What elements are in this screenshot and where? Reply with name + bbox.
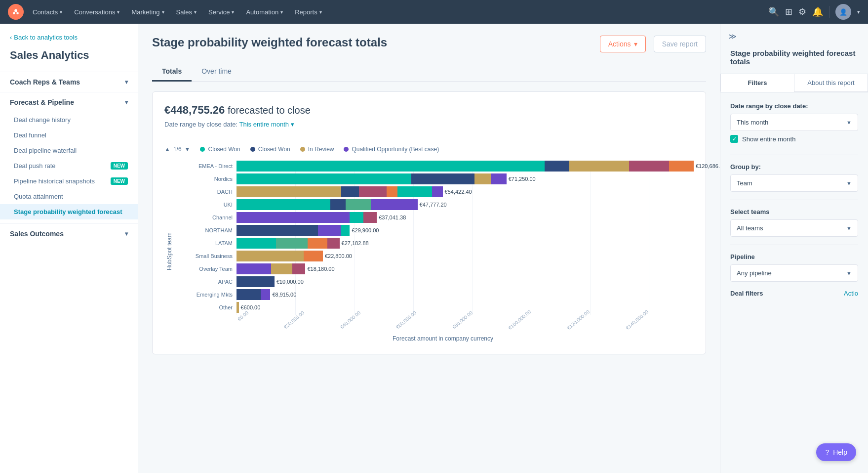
pipeline-select[interactable]: Any pipeline ▼ — [730, 264, 858, 282]
bar-segment — [432, 186, 442, 197]
sidebar-section-sales-outcomes-header[interactable]: Sales Outcomes ▾ — [0, 224, 138, 244]
filter-group-by-label: Group by: — [730, 163, 858, 171]
group-by-select[interactable]: Team ▼ — [730, 174, 858, 192]
chart-legend: ▲ 1/6 ▼ Closed Won Closed Won In Re — [164, 146, 694, 153]
bar-segment — [237, 289, 261, 300]
settings-icon[interactable]: ⚙ — [798, 6, 806, 17]
show-entire-month-checkbox[interactable]: ✓ — [730, 135, 738, 143]
nav-conversations[interactable]: Conversations ▾ — [69, 5, 124, 19]
bar-segment — [276, 238, 308, 249]
legend-prev-icon[interactable]: ▲ — [164, 146, 170, 153]
actions-button[interactable]: Actions ▾ — [600, 36, 646, 52]
bar-segment — [237, 238, 276, 249]
sidebar-item-deal-pipeline-waterfall[interactable]: Deal pipeline waterfall — [0, 143, 138, 158]
tab-over-time[interactable]: Over time — [192, 62, 241, 82]
bar-value: €8,915.00 — [272, 292, 296, 298]
bar-label: LATAM — [178, 240, 233, 246]
back-chevron-icon: ‹ — [10, 34, 12, 41]
bar-row: Emerging Mkts€8,915.00 — [178, 289, 694, 300]
legend-page: 1/6 — [173, 146, 182, 153]
bar-value: €54,422.40 — [445, 189, 472, 195]
select-chevron-icon: ▼ — [846, 180, 852, 186]
report-tabs: Totals Over time — [152, 62, 706, 82]
panel-tab-filters[interactable]: Filters — [720, 74, 794, 92]
select-chevron-icon: ▼ — [846, 120, 852, 126]
bar-segment — [474, 173, 490, 184]
chevron-down-icon: ▾ — [125, 99, 128, 106]
bar-segment — [271, 263, 293, 274]
bar-segment — [237, 186, 341, 197]
nav-service[interactable]: Service ▾ — [203, 5, 239, 19]
chevron-icon: ▾ — [60, 9, 62, 15]
date-range-link[interactable]: This entire month ▾ — [239, 121, 294, 128]
bar-label: APAC — [178, 279, 233, 285]
select-teams-divider: Select teams All teams ▼ — [730, 200, 858, 237]
sidebar-item-stage-probability[interactable]: Stage probability weighted forecast — [0, 204, 138, 219]
sidebar-item-deal-funnel[interactable]: Deal funnel — [0, 128, 138, 143]
sidebar-section-coach-header[interactable]: Coach Reps & Teams ▾ — [0, 72, 138, 92]
chevron-icon: ▾ — [117, 9, 119, 15]
nav-divider — [829, 6, 829, 18]
help-button[interactable]: ? Help — [816, 443, 856, 461]
select-teams-label: Select teams — [730, 208, 858, 215]
nav-right-icons: 🔍 ⊞ ⚙ 🔔 👤 ▾ — [768, 4, 860, 20]
legend-closed-won-dark: Closed Won — [250, 146, 290, 153]
back-to-analytics-link[interactable]: ‹ Back to analytics tools — [0, 34, 138, 49]
panel-collapse-area: ≫ — [720, 24, 868, 49]
save-report-button[interactable]: Save report — [654, 36, 706, 52]
bar-track: €18,180.00 — [237, 263, 694, 274]
bar-segment — [237, 199, 330, 210]
deal-filters-action-link[interactable]: Actio — [844, 290, 858, 297]
sidebar-section-forecast-header[interactable]: Forecast & Pipeline ▾ — [0, 92, 138, 112]
sidebar-item-deal-change-history[interactable]: Deal change history — [0, 112, 138, 128]
tab-totals[interactable]: Totals — [152, 62, 192, 82]
nav-reports[interactable]: Reports ▾ — [290, 5, 327, 19]
search-icon[interactable]: 🔍 — [768, 6, 779, 17]
teams-select[interactable]: All teams ▼ — [730, 219, 858, 237]
bar-segment — [569, 161, 629, 172]
legend-color-dot — [344, 147, 349, 152]
bar-segment — [304, 251, 323, 261]
sidebar-item-pipeline-historical-snapshots[interactable]: Pipeline historical snapshots NEW — [0, 173, 138, 189]
chart-body: HubSpot team EMEA - Direct€120,686.40Nor… — [164, 161, 694, 342]
legend-closed-won-teal: Closed Won — [200, 146, 240, 153]
chevron-icon: ▾ — [280, 9, 283, 15]
sidebar-section-forecast-items: Deal change history Deal funnel Deal pip… — [0, 112, 138, 223]
marketplace-icon[interactable]: ⊞ — [785, 6, 792, 17]
deal-filters-label: Deal filters — [730, 290, 763, 297]
bar-segment — [261, 289, 271, 300]
bar-value: €600.00 — [241, 304, 261, 310]
user-avatar[interactable]: 👤 — [835, 4, 851, 20]
bar-value: €37,041.38 — [379, 215, 406, 220]
bar-track: €27,182.88 — [237, 238, 694, 249]
legend-color-dot — [300, 147, 305, 152]
nav-contacts[interactable]: Contacts ▾ — [28, 5, 67, 19]
bar-track: €8,915.00 — [237, 289, 694, 300]
bar-value: €10,000.00 — [276, 279, 304, 285]
sidebar-item-deal-push-rate[interactable]: Deal push rate NEW — [0, 158, 138, 173]
bar-segment — [330, 199, 346, 210]
panel-tabs: Filters About this report — [720, 74, 868, 92]
date-range-display: Date range by close date: This entire mo… — [164, 121, 694, 128]
legend-next-icon[interactable]: ▼ — [185, 146, 191, 153]
panel-tab-about[interactable]: About this report — [794, 74, 868, 92]
nav-sales[interactable]: Sales ▾ — [171, 5, 202, 19]
nav-marketing[interactable]: Marketing ▾ — [126, 5, 169, 19]
bar-segment — [363, 212, 377, 223]
notifications-icon[interactable]: 🔔 — [812, 6, 823, 17]
bar-row: NORTHAM€29,900.00 — [178, 225, 694, 236]
collapse-panel-button[interactable]: ≫ — [728, 32, 737, 41]
account-chevron-icon[interactable]: ▾ — [857, 9, 860, 15]
bar-row: LATAM€27,182.88 — [178, 238, 694, 249]
bar-label: Channel — [178, 215, 233, 220]
main-content: Stage probability weighted forecast tota… — [138, 24, 720, 473]
hubspot-logo[interactable] — [8, 4, 24, 20]
forecast-amount: €448,755.26 forecasted to close — [164, 104, 694, 117]
nav-automation[interactable]: Automation ▾ — [241, 5, 288, 19]
bar-row: EMEA - Direct€120,686.40 — [178, 161, 694, 172]
bar-segment — [237, 251, 304, 261]
date-range-select[interactable]: This month ▼ — [730, 114, 858, 131]
sidebar-section-sales-outcomes: Sales Outcomes ▾ — [0, 223, 138, 244]
sidebar-item-quota-attainment[interactable]: Quota attainment — [0, 189, 138, 204]
bar-row: DACH€54,422.40 — [178, 186, 694, 197]
